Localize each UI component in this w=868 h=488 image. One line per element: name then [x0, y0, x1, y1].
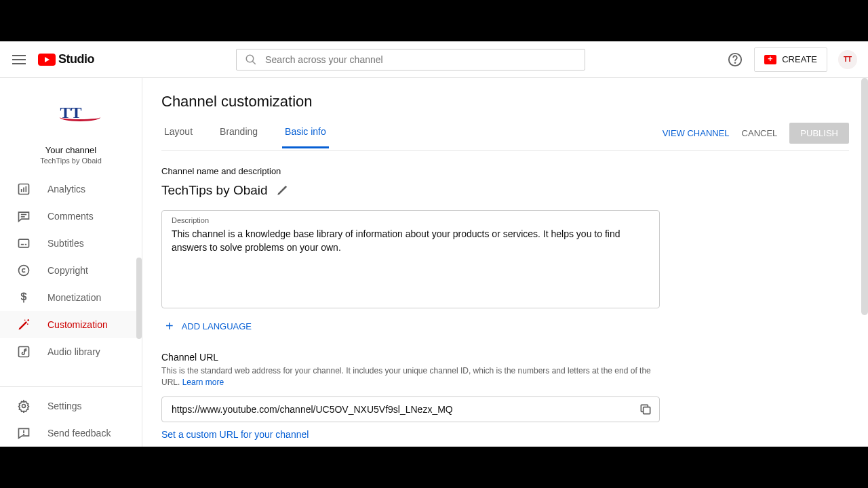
publish-button[interactable]: PUBLISH: [789, 123, 849, 144]
sidebar-item-label: Comments: [47, 211, 94, 222]
sidebar-scrollbar[interactable]: [136, 258, 142, 339]
svg-rect-5: [21, 189, 22, 192]
channel-block[interactable]: TT Your channel TechTips by Obaid: [0, 78, 142, 176]
view-channel-button[interactable]: VIEW CHANNEL: [663, 128, 730, 138]
url-heading: Channel URL: [161, 352, 660, 363]
description-text: This channel is a knowledge base library…: [172, 227, 650, 255]
create-label: CREATE: [782, 54, 817, 64]
sidebar-item-feedback[interactable]: Send feedback: [0, 420, 142, 447]
sidebar-item-label: Monetization: [47, 292, 101, 303]
svg-point-13: [19, 266, 29, 276]
channel-name-small: TechTips by Obaid: [40, 157, 102, 165]
sidebar-item-copyright[interactable]: Copyright: [0, 257, 142, 284]
youtube-icon: [38, 54, 56, 66]
youtube-studio-logo[interactable]: Studio: [38, 52, 94, 66]
edit-icon[interactable]: [276, 184, 288, 197]
sidebar-item-comments[interactable]: Comments: [0, 203, 142, 230]
main-content: Channel customization Layout Branding Ba…: [142, 78, 868, 447]
your-channel-label: Your channel: [45, 145, 96, 155]
cancel-button[interactable]: CANCEL: [742, 128, 778, 138]
svg-line-1: [252, 61, 256, 64]
subtitles-icon: [16, 236, 31, 251]
channel-name: TechTips by Obaid: [161, 183, 268, 198]
search-input[interactable]: [265, 54, 576, 65]
settings-icon: [16, 399, 31, 413]
svg-point-3: [735, 62, 736, 63]
sidebar-item-label: Send feedback: [47, 428, 111, 439]
svg-point-19: [24, 434, 24, 435]
sidebar-item-subtitles[interactable]: Subtitles: [0, 230, 142, 257]
sidebar: TT Your channel TechTips by Obaid Analyt…: [0, 78, 142, 447]
sidebar-item-settings[interactable]: Settings: [0, 392, 142, 420]
svg-point-15: [24, 320, 26, 321]
channel-avatar: TT: [34, 94, 108, 131]
sidebar-item-label: Audio library: [47, 346, 100, 357]
help-icon[interactable]: [727, 52, 743, 68]
description-box[interactable]: Description This channel is a knowledge …: [161, 210, 660, 308]
search-icon: [245, 54, 257, 66]
analytics-icon: [16, 182, 31, 197]
main-scrollbar[interactable]: [861, 78, 868, 315]
copy-icon[interactable]: [639, 403, 652, 416]
svg-point-0: [246, 55, 254, 62]
sidebar-item-label: Subtitles: [47, 238, 84, 249]
learn-more-link[interactable]: Learn more: [182, 378, 224, 387]
tab-basic-info[interactable]: Basic info: [282, 126, 329, 148]
create-icon: [764, 55, 776, 64]
svg-rect-7: [26, 186, 27, 192]
svg-rect-10: [19, 239, 29, 247]
copyright-icon: [16, 263, 31, 278]
sidebar-item-label: Copyright: [47, 265, 88, 276]
svg-point-14: [27, 323, 28, 325]
channel-url-box: https://www.youtube.com/channel/UC5OV_NX…: [161, 396, 660, 422]
tab-branding[interactable]: Branding: [217, 126, 260, 148]
sidebar-item-label: Analytics: [47, 184, 85, 195]
description-label: Description: [172, 216, 650, 224]
customization-icon: [16, 317, 31, 332]
account-avatar[interactable]: TT: [838, 50, 857, 69]
page-title: Channel customization: [161, 93, 849, 110]
sidebar-item-analytics[interactable]: Analytics: [0, 176, 142, 203]
tab-layout[interactable]: Layout: [161, 126, 195, 148]
create-button[interactable]: CREATE: [754, 47, 827, 72]
menu-icon[interactable]: [11, 52, 27, 68]
feedback-icon: [16, 426, 31, 441]
comments-icon: [16, 209, 31, 224]
sidebar-item-label: Customization: [47, 319, 108, 330]
sidebar-item-monetization[interactable]: Monetization: [0, 284, 142, 311]
channel-url-value: https://www.youtube.com/channel/UC5OV_NX…: [172, 404, 639, 415]
sidebar-item-customization[interactable]: Customization: [0, 311, 142, 338]
plus-icon: +: [165, 319, 174, 333]
sidebar-item-audio-library[interactable]: Audio library: [0, 338, 142, 365]
set-custom-url-link[interactable]: Set a custom URL for your channel: [161, 429, 660, 440]
svg-point-17: [22, 405, 26, 408]
search-box[interactable]: [236, 49, 585, 70]
logo-text: Studio: [58, 52, 94, 66]
section-heading: Channel name and description: [161, 166, 849, 176]
sidebar-item-label: Settings: [47, 401, 82, 411]
monetization-icon: [16, 290, 31, 305]
audio-library-icon: [16, 344, 31, 359]
add-language-button[interactable]: + ADD LANGUAGE: [161, 319, 849, 333]
svg-rect-20: [644, 407, 650, 413]
add-language-label: ADD LANGUAGE: [182, 321, 252, 331]
app-header: Studio CREATE TT: [0, 41, 868, 78]
url-help-text: This is the standard web address for you…: [161, 365, 660, 388]
svg-rect-6: [23, 188, 24, 192]
